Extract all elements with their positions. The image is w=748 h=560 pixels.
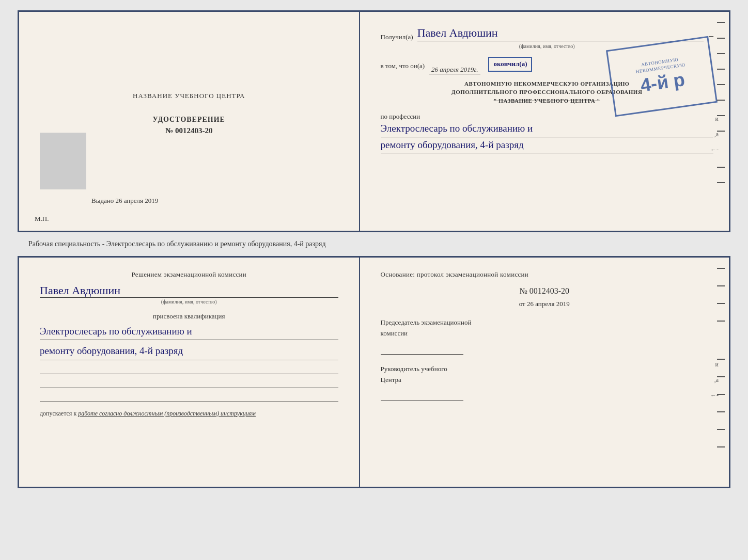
dash bbox=[717, 38, 725, 39]
bottom-name: Павел Авдюшин bbox=[40, 284, 338, 298]
page-wrapper: НАЗВАНИЕ УЧЕБНОГО ЦЕНТРА УДОСТОВЕРЕНИЕ №… bbox=[10, 10, 738, 488]
bottom-doc-right: Основание: протокол экзаменационной коми… bbox=[360, 258, 729, 487]
number-label: № bbox=[165, 126, 173, 135]
vtom-label: в том, что он(а) bbox=[381, 61, 425, 72]
profession-line2: ремонту оборудования, 4-й разряд bbox=[381, 137, 713, 153]
dash-b bbox=[717, 285, 725, 286]
right-fragment-i: и bbox=[715, 115, 719, 123]
prisvoena-label: присвоена квалификация bbox=[40, 312, 338, 321]
ot-date-value: 26 апреля 2019 bbox=[527, 300, 570, 308]
doc-number: № 0012403-20 bbox=[165, 126, 212, 135]
rukovoditel-line2: Центра bbox=[381, 376, 708, 384]
okonchil-label: окончил(а) bbox=[488, 57, 532, 72]
fio-subtitle-bottom: (фамилия, имя, отчество) bbox=[40, 299, 338, 305]
stamp: АВТОНОМНУЮНЕКОММЕРЧЕСКУЮ 4-й р bbox=[606, 36, 718, 117]
photo-placeholder bbox=[40, 133, 86, 189]
dash-b bbox=[717, 303, 725, 304]
vydano-date: 26 апреля 2019 bbox=[116, 197, 159, 204]
ot-prefix: от bbox=[519, 300, 525, 308]
predsedatel-line2: комиссии bbox=[381, 329, 708, 338]
between-text: Рабочая специальность - Электрослесарь п… bbox=[10, 237, 738, 251]
poluchil-row: Получил(а) Павел Авдюшин – bbox=[381, 26, 713, 41]
recipient-name: Павел Авдюшин bbox=[417, 26, 704, 41]
right-fragment-arrow: ←- bbox=[710, 146, 719, 154]
vydano-label: Выдано bbox=[91, 197, 114, 204]
right-dashes bbox=[717, 22, 725, 183]
vydano-line: Выдано 26 апреля 2019 bbox=[91, 197, 158, 205]
dash bbox=[717, 84, 725, 85]
mp-label: М.П. bbox=[35, 215, 49, 223]
dash-b bbox=[717, 446, 725, 447]
blank-line-2 bbox=[40, 377, 338, 388]
rukovoditel-line1: Руководитель учебного bbox=[381, 365, 708, 373]
dash bbox=[717, 167, 725, 168]
dopuskaetsya: допускается к работе согласно должностны… bbox=[40, 410, 338, 418]
top-title: НАЗВАНИЕ УЧЕБНОГО ЦЕНТРА bbox=[133, 92, 245, 100]
vtom-date: 26 апреля 2019г. bbox=[429, 66, 480, 74]
right-fragment-arrow2: ←- bbox=[710, 392, 719, 399]
qual-line2: ремонту оборудования, 4-й разряд bbox=[40, 343, 338, 360]
right-fragment-a2: ,а bbox=[714, 376, 719, 384]
number-value: 0012403-20 bbox=[175, 126, 213, 135]
predsedatel-line1: Председатель экзаменационной bbox=[381, 318, 708, 327]
po-professii: по профессии bbox=[381, 113, 713, 121]
right-fragment-a: ,а bbox=[714, 131, 719, 138]
bottom-doc-left: Решением экзаменационной комиссии Павел … bbox=[19, 258, 360, 487]
rukovoditel-signature-line bbox=[381, 388, 463, 401]
ot-date: от 26 апреля 2019 bbox=[381, 300, 708, 308]
dash-b bbox=[717, 359, 725, 360]
dash bbox=[717, 53, 725, 54]
dash bbox=[717, 69, 725, 70]
bottom-document: Решением экзаменационной комиссии Павел … bbox=[18, 256, 730, 488]
dash-b bbox=[717, 268, 725, 269]
udostoverenie-label: УДОСТОВЕРЕНИЕ bbox=[153, 116, 225, 124]
top-doc-left: НАЗВАНИЕ УЧЕБНОГО ЦЕНТРА УДОСТОВЕРЕНИЕ №… bbox=[19, 12, 360, 231]
profession-line1: Электрослесарь по обслуживанию и bbox=[381, 121, 713, 137]
between-text-content: Рабочая специальность - Электрослесарь п… bbox=[28, 240, 326, 248]
dash bbox=[717, 182, 725, 183]
right-fragment-i2: и bbox=[715, 361, 719, 369]
poluchil-label: Получил(а) bbox=[381, 33, 413, 41]
dash-b bbox=[717, 429, 725, 430]
protocol-number: № 0012403-20 bbox=[381, 286, 708, 296]
top-doc-right: АВТОНОМНУЮНЕКОММЕРЧЕСКУЮ 4-й р Получил(а… bbox=[360, 12, 729, 231]
predsedatel-signature-line bbox=[381, 342, 463, 355]
dash-b bbox=[717, 411, 725, 412]
dash-b bbox=[717, 321, 725, 322]
qual-line1: Электрослесарь по обслуживанию и bbox=[40, 323, 338, 340]
resheniyem-title: Решением экзаменационной комиссии bbox=[40, 270, 338, 279]
blank-line-1 bbox=[40, 363, 338, 374]
right-dashes-bottom bbox=[717, 268, 725, 447]
top-document: НАЗВАНИЕ УЧЕБНОГО ЦЕНТРА УДОСТОВЕРЕНИЕ №… bbox=[18, 10, 730, 232]
dash bbox=[717, 22, 725, 23]
dopuskaetsya-text: работе согласно должностным (производств… bbox=[78, 410, 256, 417]
dash bbox=[717, 100, 725, 101]
blank-line-3 bbox=[40, 391, 338, 402]
osnovanie-title: Основание: протокол экзаменационной коми… bbox=[381, 270, 708, 279]
dopuskaetsya-prefix: допускается к bbox=[40, 410, 76, 417]
